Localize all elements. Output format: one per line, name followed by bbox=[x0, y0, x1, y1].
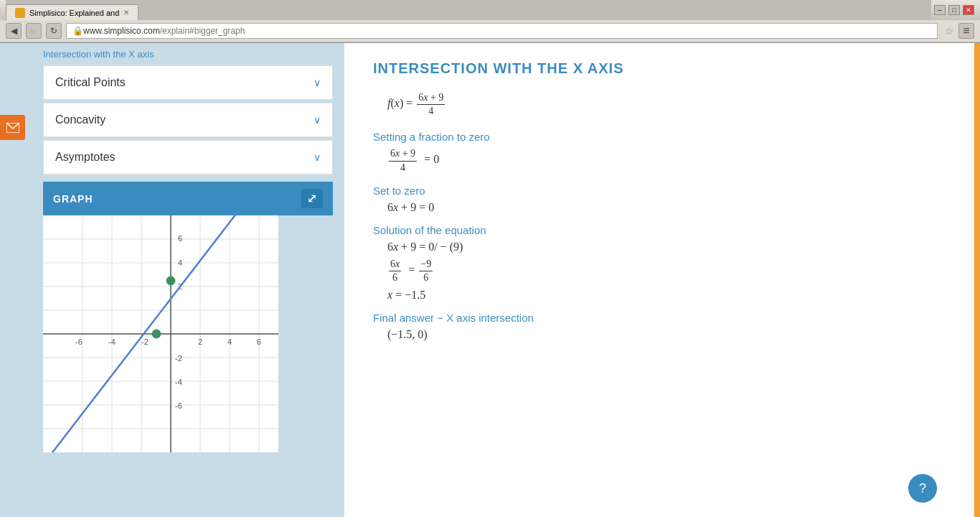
menu-item-label: Critical Points bbox=[55, 76, 126, 89]
maximize-button[interactable]: □ bbox=[948, 5, 960, 15]
url-host: www.simplisico.com bbox=[83, 26, 160, 36]
browser-titlebar: Simplisico: Explained and ✕ ─ □ ✕ bbox=[0, 0, 980, 20]
svg-text:6: 6 bbox=[178, 234, 182, 243]
menu-item-critical-points[interactable]: Critical Points ∨ bbox=[43, 65, 333, 100]
page-body: Intersection with the X axis Critical Po… bbox=[0, 43, 980, 517]
svg-point-32 bbox=[152, 330, 161, 338]
mail-icon bbox=[6, 123, 19, 133]
graph-label: GRAPH bbox=[53, 193, 93, 205]
svg-text:4: 4 bbox=[227, 337, 232, 346]
svg-text:6: 6 bbox=[257, 337, 261, 346]
close-button[interactable]: ✕ bbox=[963, 5, 974, 15]
svg-text:4: 4 bbox=[178, 258, 182, 267]
svg-text:2: 2 bbox=[198, 337, 202, 346]
step2-math: 6x + 9 = 0 bbox=[387, 201, 951, 214]
window-controls: ─ □ ✕ bbox=[934, 5, 974, 15]
formula-block: f(x) = 6x + 94 bbox=[387, 91, 951, 118]
sidebar: Intersection with the X axis Critical Po… bbox=[0, 43, 344, 517]
formula-text: f(x) = 6x + 94 bbox=[387, 97, 446, 109]
menu-item-label: Asymptotes bbox=[55, 151, 116, 164]
svg-text:-6: -6 bbox=[75, 337, 83, 346]
step3-line2: 6x6 = −96 bbox=[387, 258, 951, 284]
refresh-button[interactable]: ↻ bbox=[46, 23, 62, 39]
svg-text:-2: -2 bbox=[141, 337, 149, 346]
tab-close-button[interactable]: ✕ bbox=[123, 9, 129, 17]
tab-bar: Simplisico: Explained and ✕ bbox=[6, 0, 931, 20]
step1-math: 6x + 94 = 0 bbox=[387, 147, 951, 174]
graph-canvas: -6 -4 -2 2 4 6 6 4 2 -2 -4 -6 bbox=[43, 215, 278, 452]
menu-item-asymptotes[interactable]: Asymptotes ∨ bbox=[43, 140, 333, 174]
minimize-button[interactable]: ─ bbox=[934, 5, 946, 15]
graph-svg: -6 -4 -2 2 4 6 6 4 2 -2 -4 -6 bbox=[43, 215, 278, 452]
graph-section: GRAPH ⤢ bbox=[43, 182, 333, 452]
fraction-display: 6x + 94 bbox=[417, 91, 445, 118]
svg-text:-4: -4 bbox=[108, 337, 116, 346]
mail-button[interactable] bbox=[0, 115, 25, 140]
menu-button[interactable]: ≡ bbox=[958, 23, 974, 39]
section-title: INTERSECTION WITH THE X AXIS bbox=[373, 60, 951, 77]
chevron-down-icon: ∨ bbox=[314, 114, 321, 126]
address-bar[interactable]: 🔒 www.simplisico.com /explain#bigger_gra… bbox=[66, 23, 938, 39]
url-path: /explain#bigger_graph bbox=[160, 26, 245, 36]
step3-line3: x = −1.5 bbox=[387, 289, 951, 302]
menu-item-concavity[interactable]: Concavity ∨ bbox=[43, 103, 333, 137]
step4-math: (−1.5, 0) bbox=[387, 328, 951, 341]
browser-chrome: Simplisico: Explained and ✕ ─ □ ✕ ◀ ▶ ↻ … bbox=[0, 0, 980, 43]
url-secure: 🔒 bbox=[72, 26, 83, 36]
graph-header: GRAPH ⤢ bbox=[43, 182, 333, 215]
main-content: INTERSECTION WITH THE X AXIS f(x) = 6x +… bbox=[344, 43, 980, 517]
tab-title: Simplisico: Explained and bbox=[29, 9, 119, 17]
svg-text:-2: -2 bbox=[175, 354, 182, 363]
step3-line1: 6x + 9 = 0/ − (9) bbox=[387, 241, 951, 253]
browser-toolbar: ◀ ▶ ↻ 🔒 www.simplisico.com /explain#bigg… bbox=[0, 20, 980, 42]
step2-heading: Set to zero bbox=[373, 185, 951, 197]
sidebar-menu: Critical Points ∨ Concavity ∨ Asymptotes… bbox=[43, 65, 333, 174]
step3-heading: Solution of the equation bbox=[373, 224, 951, 236]
chat-button[interactable]: ? bbox=[908, 474, 937, 503]
menu-item-label: Concavity bbox=[55, 113, 105, 126]
chevron-down-icon: ∨ bbox=[314, 77, 321, 88]
step4-heading: Final answer − X axis intersection bbox=[373, 312, 951, 324]
chevron-down-icon: ∨ bbox=[314, 152, 321, 163]
expand-button[interactable]: ⤢ bbox=[301, 189, 323, 208]
sidebar-top-link[interactable]: Intersection with the X axis bbox=[0, 43, 344, 65]
step1-heading: Setting a fraction to zero bbox=[373, 131, 951, 143]
back-button[interactable]: ◀ bbox=[6, 23, 22, 39]
bookmark-button[interactable]: ☆ bbox=[945, 25, 954, 37]
right-accent-bar bbox=[974, 43, 980, 517]
forward-button[interactable]: ▶ bbox=[26, 23, 42, 39]
svg-text:-4: -4 bbox=[175, 378, 182, 386]
chat-icon: ? bbox=[919, 481, 926, 496]
svg-text:-6: -6 bbox=[175, 401, 182, 410]
svg-point-33 bbox=[166, 276, 175, 285]
tab-favicon bbox=[15, 8, 25, 18]
browser-tab[interactable]: Simplisico: Explained and ✕ bbox=[6, 4, 138, 20]
